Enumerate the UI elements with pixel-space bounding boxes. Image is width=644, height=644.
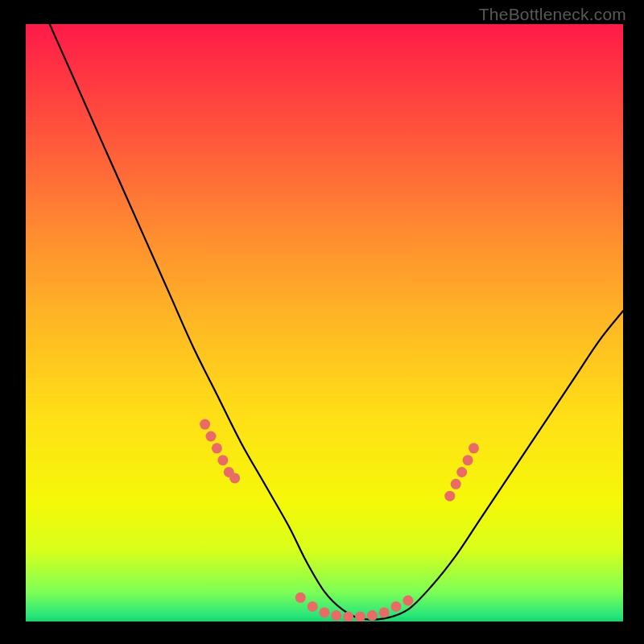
highlight-dot: [379, 607, 390, 617]
highlight-dot: [451, 479, 461, 489]
highlight-dots: [200, 419, 479, 621]
watermark-text: TheBottleneck.com: [479, 5, 626, 24]
highlight-dot: [295, 592, 306, 603]
highlight-dot: [320, 607, 330, 617]
highlight-dot: [206, 431, 217, 442]
highlight-dot: [212, 443, 222, 453]
plot-area: [26, 24, 623, 621]
highlight-dot: [355, 612, 365, 621]
highlight-dot: [469, 443, 479, 453]
highlight-dot: [343, 612, 353, 621]
highlight-dot: [463, 455, 473, 465]
highlight-dot: [444, 491, 455, 502]
chart-svg: [26, 24, 623, 621]
chart-frame: TheBottleneck.com: [0, 0, 644, 644]
highlight-dot: [308, 601, 318, 612]
highlight-dot: [402, 596, 413, 606]
highlight-dot: [217, 455, 228, 465]
highlight-dot: [331, 610, 341, 621]
highlight-dot: [229, 473, 240, 483]
highlight-dot: [456, 467, 467, 477]
highlight-dot: [391, 601, 402, 612]
bottleneck-curve: [50, 24, 623, 620]
highlight-dot: [200, 419, 210, 430]
highlight-dot: [367, 610, 378, 621]
